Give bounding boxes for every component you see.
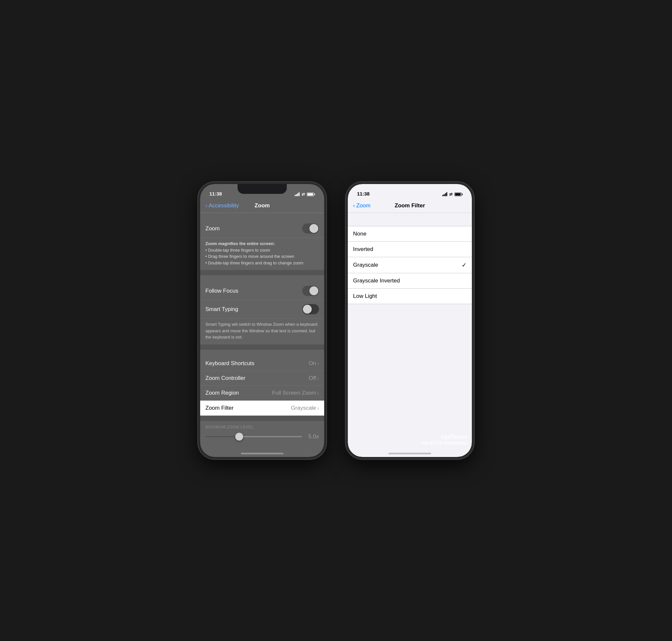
right-back-button[interactable]: ‹ Zoom <box>353 202 371 209</box>
right-time: 11:38 <box>357 191 369 196</box>
left-notch <box>238 184 287 194</box>
zoom-description: Zoom magnifies the entire screen: • Doub… <box>200 238 324 270</box>
right-back-label: Zoom <box>357 202 371 209</box>
zoom-region-value: Full Screen Zoom <box>272 390 316 396</box>
smart-typing-description: Smart Typing will switch to Window Zoom … <box>200 318 324 344</box>
filter-none-label: None <box>353 231 366 237</box>
smart-typing-label: Smart Typing <box>205 306 238 313</box>
smart-typing-cell[interactable]: Smart Typing <box>200 300 324 318</box>
zoom-label: Zoom <box>205 226 219 232</box>
keyboard-shortcuts-value: On <box>309 360 316 367</box>
left-chevron-icon: ‹ <box>205 202 207 209</box>
slider-row: 5.0x <box>205 433 319 440</box>
zoom-toggle[interactable] <box>302 223 319 234</box>
filter-grayscale-cell[interactable]: Grayscale ✓ <box>348 257 472 273</box>
zoom-region-chevron-icon: › <box>317 390 319 396</box>
zoom-filter-cell[interactable]: Zoom Filter Grayscale › <box>200 400 324 415</box>
zoom-region-label: Zoom Region <box>205 390 239 396</box>
zoom-region-cell[interactable]: Zoom Region Full Screen Zoom › <box>200 386 324 400</box>
slider-section: MAXIMUM ZOOM LEVEL 5.0x <box>200 421 324 444</box>
right-nav-title: Zoom Filter <box>395 202 425 209</box>
right-phone: 11:38 ⇄ <box>346 182 474 459</box>
zoom-filter-label: Zoom Filter <box>205 405 233 411</box>
left-phone: 11:38 ⇄ <box>198 182 326 459</box>
zoom-controller-value-container: Off › <box>309 375 319 382</box>
slider-value: 5.0x <box>306 433 319 440</box>
filter-options-list: None Inverted Grayscale ✓ Grayscale Inve… <box>348 226 472 304</box>
filter-grayscale-label: Grayscale <box>353 262 378 268</box>
scene: 11:38 ⇄ <box>198 182 474 459</box>
right-home-indicator <box>389 453 431 454</box>
filter-low-light-label: Low Light <box>353 293 377 300</box>
left-nav-bar: ‹ Accessibility Zoom <box>200 199 324 213</box>
filter-none-cell[interactable]: None <box>348 226 472 242</box>
watermark-payette: PAYETTE FORWARD <box>422 440 467 446</box>
follow-focus-cell[interactable]: Follow Focus <box>200 282 324 300</box>
keyboard-shortcuts-value-container: On › <box>309 360 319 367</box>
follow-focus-toggle[interactable] <box>302 286 319 296</box>
left-screen: 11:38 ⇄ <box>200 184 324 457</box>
right-wifi-icon: ⇄ <box>449 192 453 196</box>
keyboard-shortcuts-label: Keyboard Shortcuts <box>205 360 254 367</box>
nav-cells-group: Keyboard Shortcuts On › Zoom Controller … <box>200 356 324 415</box>
zoom-filter-value-container: Grayscale › <box>291 405 319 411</box>
follow-focus-label: Follow Focus <box>205 288 238 294</box>
signal-icon <box>295 192 299 196</box>
keyboard-shortcuts-cell[interactable]: Keyboard Shortcuts On › <box>200 356 324 371</box>
zoom-filter-value: Grayscale <box>291 405 316 411</box>
slider-thumb[interactable] <box>235 433 243 440</box>
filter-inverted-cell[interactable]: Inverted <box>348 242 472 257</box>
right-content: None Inverted Grayscale ✓ Grayscale Inve… <box>348 213 472 457</box>
zoom-controller-value: Off <box>309 375 316 382</box>
slider-fill <box>205 436 239 437</box>
battery-icon <box>307 193 315 196</box>
zoom-controller-chevron-icon: › <box>317 376 319 381</box>
zoom-toggle-group: Zoom Zoom magnifies the entire screen: •… <box>200 219 324 270</box>
right-status-icons: ⇄ <box>442 192 463 196</box>
right-chevron-icon: ‹ <box>353 202 355 209</box>
smart-typing-toggle[interactable] <box>302 304 319 314</box>
filter-inverted-label: Inverted <box>353 246 373 253</box>
filter-low-light-cell[interactable]: Low Light <box>348 289 472 304</box>
right-notch <box>385 184 434 194</box>
zoom-region-value-container: Full Screen Zoom › <box>272 390 319 396</box>
zoom-filter-chevron-icon: › <box>317 406 319 411</box>
watermark: UpPhone PAYETTE FORWARD <box>422 434 467 446</box>
slider-label: MAXIMUM ZOOM LEVEL <box>205 425 319 429</box>
zoom-controller-label: Zoom Controller <box>205 375 245 382</box>
right-screen: 11:38 ⇄ <box>348 184 472 457</box>
top-spacer <box>348 213 472 219</box>
zoom-toggle-cell[interactable]: Zoom <box>200 219 324 238</box>
grayscale-checkmark-icon: ✓ <box>462 261 467 269</box>
watermark-upphone: UpPhone <box>422 434 467 440</box>
right-signal-icon <box>442 192 447 196</box>
left-back-label: Accessibility <box>209 202 239 209</box>
left-home-indicator <box>241 453 283 454</box>
zoom-slider[interactable] <box>205 436 302 437</box>
wifi-icon: ⇄ <box>301 192 305 196</box>
right-battery-icon <box>455 193 463 196</box>
focus-group: Follow Focus Smart Typing <box>200 282 324 344</box>
filter-grayscale-inverted-label: Grayscale Inverted <box>353 277 400 284</box>
left-back-button[interactable]: ‹ Accessibility <box>205 202 239 209</box>
left-status-icons: ⇄ <box>295 192 315 196</box>
left-nav-title: Zoom <box>255 202 270 209</box>
zoom-controller-cell[interactable]: Zoom Controller Off › <box>200 371 324 386</box>
left-time: 11:38 <box>209 191 222 196</box>
right-nav-bar: ‹ Zoom Zoom Filter <box>348 199 472 213</box>
left-content: Zoom Zoom magnifies the entire screen: •… <box>200 213 324 457</box>
filter-grayscale-inverted-cell[interactable]: Grayscale Inverted <box>348 273 472 289</box>
keyboard-shortcuts-chevron-icon: › <box>317 361 319 366</box>
